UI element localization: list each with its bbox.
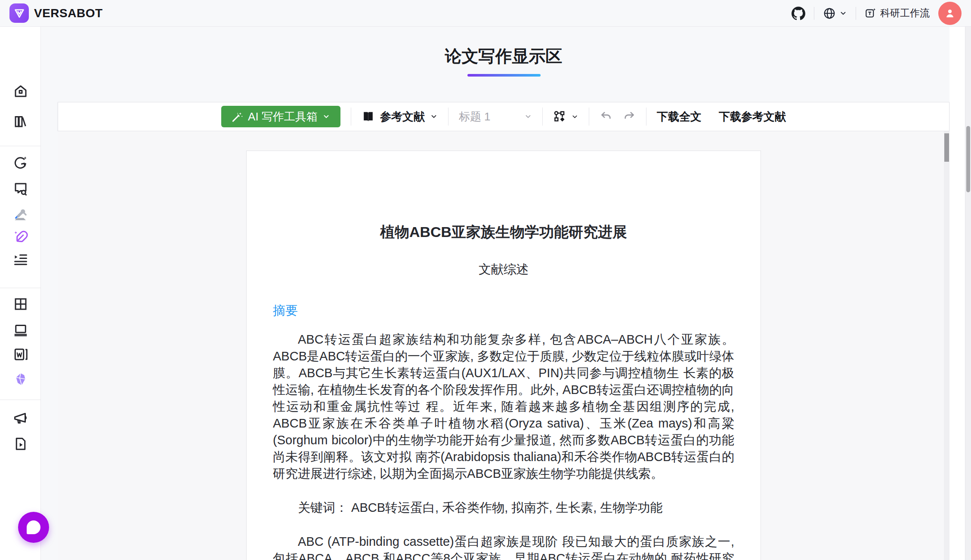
editor-toolbar: AI 写作工具箱 参考文献 标题 1 (58, 102, 949, 131)
title-underline (467, 74, 541, 77)
structure-dropdown[interactable] (553, 110, 578, 123)
body-paragraph: ABC (ATP-binding cassette)蛋白超家族是现阶 段已知最大… (273, 533, 734, 560)
sidebar (0, 27, 41, 560)
document-scroll-area[interactable]: 植物ABCB亚家族生物学功能研究进展 文献综述 摘要 ABC转运蛋白超家族结构和… (58, 131, 949, 560)
toolbar-divider (646, 108, 646, 126)
flowchart-icon (553, 110, 566, 123)
toolbar-divider (542, 108, 543, 126)
brand-name: VERSABOT (34, 6, 103, 20)
sidebar-divider (0, 288, 41, 288)
keywords-line: 关键词： ABCB转运蛋白, 禾谷类作物, 拟南芥, 生长素, 生物学功能 (273, 499, 734, 516)
chat-fab-button[interactable] (18, 512, 49, 543)
refresh-sparkle-icon[interactable] (13, 155, 28, 171)
home-icon[interactable] (13, 83, 28, 99)
grid-icon[interactable] (13, 296, 28, 312)
brand[interactable]: VERSABOT (9, 3, 103, 23)
toolbar-divider (589, 108, 589, 126)
chevron-down-icon (430, 113, 438, 120)
workflow-button[interactable]: 科研工作流 (865, 6, 930, 20)
document-page[interactable]: 植物ABCB亚家族生物学功能研究进展 文献综述 摘要 ABC转运蛋白超家族结构和… (246, 151, 761, 560)
editor-panel: AI 写作工具箱 参考文献 标题 1 (58, 102, 949, 560)
person-icon (944, 7, 956, 19)
doc-play-icon[interactable] (13, 436, 28, 452)
microscope-icon[interactable] (13, 207, 28, 223)
ai-toolbox-label: AI 写作工具箱 (248, 109, 318, 124)
workflow-label: 科研工作流 (880, 6, 930, 20)
feather-icon[interactable] (13, 229, 28, 245)
megaphone-icon[interactable] (13, 410, 28, 426)
document-title: 植物ABCB亚家族生物学功能研究进展 (273, 222, 734, 242)
header-divider (856, 7, 856, 20)
toolbar-divider (351, 108, 351, 126)
indent-icon[interactable] (13, 251, 28, 267)
redo-button[interactable] (623, 110, 636, 123)
sidebar-divider (0, 400, 41, 400)
toolbar-divider (448, 108, 448, 126)
language-globe-icon[interactable] (823, 7, 847, 20)
sidebar-divider (0, 146, 41, 146)
heading-style-select[interactable]: 标题 1 (459, 109, 532, 124)
download-fulltext-button[interactable]: 下载全文 (657, 109, 702, 124)
document-scrollbar-thumb[interactable] (944, 133, 949, 162)
document-subtitle: 文献综述 (273, 261, 734, 278)
chevron-down-icon (322, 113, 330, 120)
chevron-down-icon (571, 113, 578, 120)
github-icon[interactable] (792, 6, 805, 20)
chat-search-icon[interactable] (13, 181, 28, 197)
references-dropdown[interactable]: 参考文献 (362, 109, 438, 124)
app-header: VERSABOT 科研工作流 (0, 0, 971, 27)
window-scrollbar-thumb[interactable] (966, 126, 970, 192)
heading-style-value: 标题 1 (459, 109, 491, 124)
library-icon[interactable] (13, 114, 28, 129)
chevron-down-icon (839, 9, 847, 17)
workflow-icon (865, 7, 876, 19)
undo-button[interactable] (600, 110, 612, 123)
document-scrollbar[interactable] (944, 131, 949, 560)
header-divider (814, 7, 814, 20)
word-doc-icon[interactable] (13, 347, 28, 362)
avatar[interactable] (938, 2, 962, 25)
ai-toolbox-button[interactable]: AI 写作工具箱 (221, 106, 340, 127)
download-references-button[interactable]: 下载参考文献 (719, 109, 786, 124)
open-book-icon (362, 110, 375, 123)
window-scrollbar[interactable] (965, 27, 971, 560)
abstract-heading: 摘要 (273, 302, 734, 320)
abstract-paragraph: ABC转运蛋白超家族结构和功能复杂多样, 包含ABCA–ABCH八个亚家族。AB… (273, 331, 734, 482)
page-title: 论文写作显示区 (41, 45, 966, 68)
magic-wand-icon (232, 111, 243, 123)
references-label: 参考文献 (380, 109, 425, 124)
chevron-down-icon (524, 113, 532, 120)
versabot-logo-icon (9, 3, 29, 23)
gem-icon[interactable] (13, 372, 28, 387)
chat-bubble-icon (27, 520, 40, 534)
laptop-icon[interactable] (13, 322, 28, 338)
